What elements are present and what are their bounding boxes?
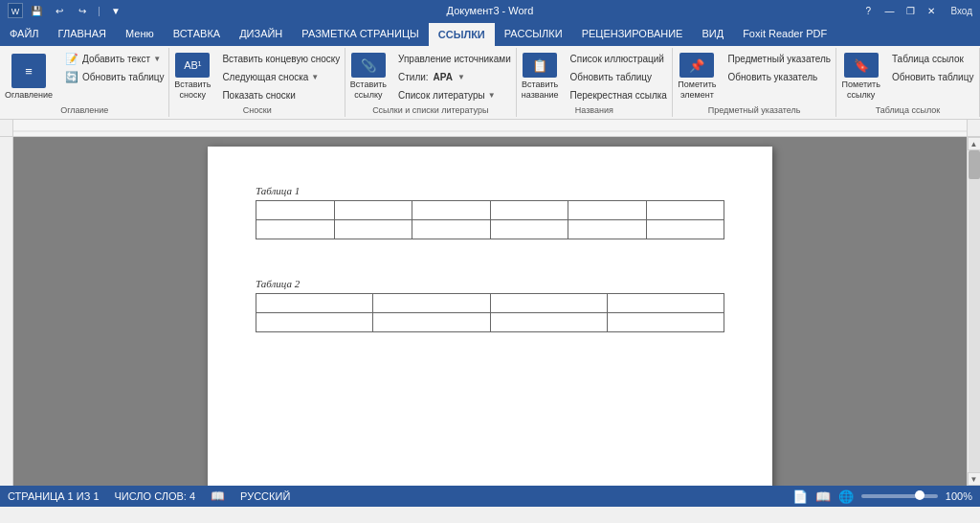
group-footnotes: AB¹ Вставитьсноску Вставить концевую сно… — [169, 48, 345, 117]
view-reading-button[interactable]: 📖 — [815, 489, 831, 504]
tab-layout[interactable]: РАЗМЕТКА СТРАНИЦЫ — [292, 21, 428, 46]
tab-design[interactable]: ДИЗАЙН — [230, 21, 292, 46]
scroll-thumb[interactable] — [969, 150, 980, 179]
vertical-scrollbar[interactable]: ▲ ▼ — [967, 137, 980, 486]
tab-menu[interactable]: Меню — [116, 21, 164, 46]
update-table-authorities-button[interactable]: Обновить таблицу — [887, 68, 979, 85]
table-cell — [412, 201, 491, 220]
save-button[interactable]: 💾 — [27, 2, 46, 19]
mark-entry-button[interactable]: 📌 Пометитьэлемент — [673, 50, 721, 103]
app-icon: W — [8, 3, 23, 18]
mark-citation-button[interactable]: 🔖 Пометитьссылку — [837, 50, 885, 103]
ribbon-content: ≡ Оглавление 📝 Добавить текст ▼ 🔄 Обнови… — [0, 46, 980, 119]
zoom-thumb[interactable] — [915, 490, 924, 500]
close-button[interactable]: ✕ — [922, 2, 941, 19]
group-footnotes-content: AB¹ Вставитьсноску Вставить концевую сно… — [169, 50, 345, 103]
group-toc: ≡ Оглавление 📝 Добавить текст ▼ 🔄 Обнови… — [0, 48, 169, 117]
manage-sources-button[interactable]: Управление источниками — [393, 50, 516, 67]
group-index-content: 📌 Пометитьэлемент Предметный указатель О… — [673, 50, 835, 103]
toc-button[interactable]: ≡ Оглавление — [0, 50, 57, 103]
table-cell — [490, 294, 607, 313]
update-index-button[interactable]: Обновить указатель — [724, 68, 835, 85]
title-bar-left: W 💾 ↩ ↪ | ▼ — [8, 2, 125, 19]
document-page: Таблица 1 — [208, 147, 772, 486]
tab-foxit[interactable]: Foxit Reader PDF — [733, 21, 836, 46]
table1-label: Таблица 1 — [256, 185, 724, 196]
next-footnote-button[interactable]: Следующая сноска ▼ — [217, 68, 345, 85]
group-index: 📌 Пометитьэлемент Предметный указатель О… — [673, 48, 836, 117]
group-table-authorities: 🔖 Пометитьссылку Таблица ссылок Обновить… — [836, 48, 980, 117]
group-toc-content: ≡ Оглавление 📝 Добавить текст ▼ 🔄 Обнови… — [0, 50, 169, 103]
show-footnotes-button[interactable]: Показать сноски — [217, 86, 345, 103]
undo-button[interactable]: ↩ — [50, 2, 69, 19]
page-info: СТРАНИЦА 1 ИЗ 1 — [8, 490, 100, 502]
mark-entry-icon: 📌 — [679, 53, 714, 78]
document-area[interactable]: Таблица 1 — [13, 137, 967, 486]
group-toc-label: Оглавление — [60, 103, 108, 115]
view-normal-button[interactable]: 📄 — [792, 489, 808, 504]
table-cell — [607, 294, 724, 313]
insert-index-button[interactable]: Предметный указатель — [724, 50, 835, 67]
zoom-slider[interactable] — [861, 494, 938, 498]
restore-button[interactable]: ❐ — [901, 2, 920, 19]
style-select[interactable]: Стили: APA ▼ — [393, 68, 516, 85]
horizontal-ruler — [13, 120, 967, 136]
table-cell — [412, 220, 491, 239]
tab-file[interactable]: ФАЙЛ — [0, 21, 49, 46]
table-of-figures-button[interactable]: Список иллюстраций — [566, 50, 672, 67]
update-table-captions-button[interactable]: Обновить таблицу — [566, 68, 672, 85]
table-cell — [490, 201, 568, 220]
bibliography-button[interactable]: Список литературы ▼ — [393, 86, 516, 103]
view-web-button[interactable]: 🌐 — [838, 489, 854, 504]
tab-view[interactable]: ВИД — [692, 21, 733, 46]
group-ta-content: 🔖 Пометитьссылку Таблица ссылок Обновить… — [837, 50, 979, 103]
tab-home[interactable]: ГЛАВНАЯ — [49, 21, 116, 46]
citations-small-buttons: Управление источниками Стили: APA ▼ Спис… — [393, 50, 516, 103]
tab-insert[interactable]: ВСТАВКА — [164, 21, 230, 46]
scroll-down-button[interactable]: ▼ — [968, 472, 981, 486]
redo-button[interactable]: ↪ — [73, 2, 92, 19]
tab-review[interactable]: РЕЦЕНЗИРОВАНИЕ — [572, 21, 693, 46]
help-button[interactable]: ? — [858, 2, 878, 19]
scroll-up-button[interactable]: ▲ — [968, 137, 981, 150]
tab-mailings[interactable]: РАССЫЛКИ — [495, 21, 572, 46]
table-row — [256, 294, 724, 313]
minimize-button[interactable]: — — [880, 2, 899, 19]
table-cell — [373, 294, 490, 313]
tab-references[interactable]: ССЫЛКИ — [429, 21, 495, 46]
group-citations: 📎 Вставитьссылку Управление источниками … — [345, 48, 517, 117]
table-row — [256, 201, 724, 220]
ribbon-tab-bar: ФАЙЛ ГЛАВНАЯ Меню ВСТАВКА ДИЗАЙН РАЗМЕТК… — [0, 21, 980, 46]
status-right: 📄 📖 🌐 100% — [792, 489, 972, 504]
ruler-right-margin — [967, 120, 980, 136]
update-table-toc-button[interactable]: 🔄 Обновить таблицу — [59, 68, 169, 85]
svg-rect-0 — [13, 120, 967, 136]
vertical-ruler — [0, 137, 13, 486]
ribbon: ФАЙЛ ГЛАВНАЯ Меню ВСТАВКА ДИЗАЙН РАЗМЕТК… — [0, 21, 980, 120]
table-cell — [490, 313, 607, 332]
table-cell — [373, 313, 490, 332]
insert-citation-button[interactable]: 📎 Вставитьссылку — [345, 50, 391, 103]
citation-icon: 📎 — [351, 53, 386, 78]
add-text-button[interactable]: 📝 Добавить текст ▼ — [59, 50, 169, 67]
add-text-icon: 📝 — [64, 51, 79, 66]
insert-table-authorities-button[interactable]: Таблица ссылок — [887, 50, 979, 67]
title-bar-controls: ? — ❐ ✕ Вход — [858, 2, 972, 19]
table-cell — [334, 220, 412, 239]
cross-reference-button[interactable]: Перекрестная ссылка — [566, 86, 672, 103]
insert-endnote-button[interactable]: Вставить концевую сноску — [217, 50, 345, 67]
table-cell — [607, 313, 724, 332]
index-small-buttons: Предметный указатель Обновить указатель — [724, 50, 835, 85]
insert-footnote-button[interactable]: AB¹ Вставитьсноску — [169, 50, 215, 103]
footnote-icon: AB¹ — [175, 53, 210, 78]
scroll-track[interactable] — [969, 150, 980, 472]
table2-section: Таблица 2 — [256, 278, 724, 332]
customize-qa-button[interactable]: ▼ — [106, 2, 125, 19]
group-citations-content: 📎 Вставитьссылку Управление источниками … — [345, 50, 516, 103]
word-count: ЧИСЛО СЛОВ: 4 — [115, 490, 196, 502]
ruler-area — [0, 120, 980, 137]
toc-icon: ≡ — [11, 54, 46, 88]
insert-caption-button[interactable]: 📋 Вставитьназвание — [517, 50, 564, 103]
table-cell — [334, 201, 412, 220]
caption-icon: 📋 — [523, 53, 557, 78]
